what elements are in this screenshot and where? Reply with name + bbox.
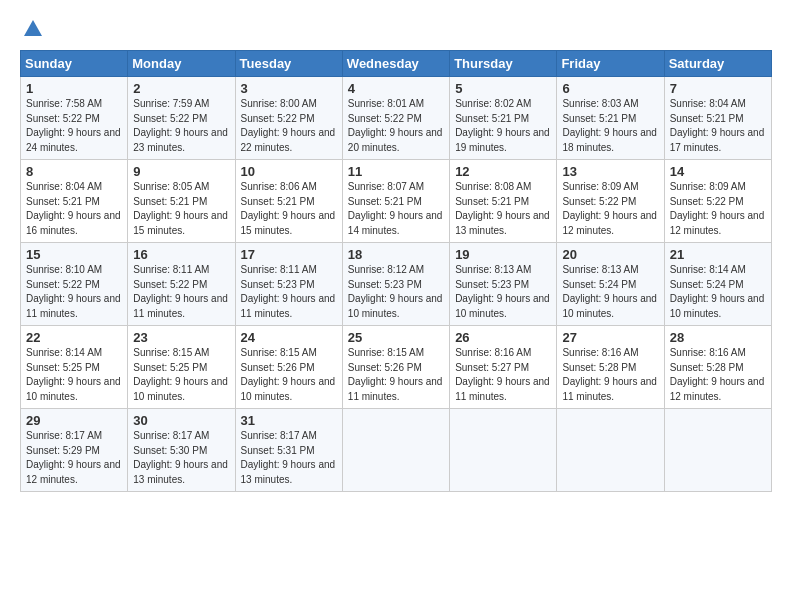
calendar-header-wednesday: Wednesday <box>342 51 449 77</box>
day-number: 15 <box>26 247 122 262</box>
day-number: 20 <box>562 247 658 262</box>
calendar-day-12: 12Sunrise: 8:08 AMSunset: 5:21 PMDayligh… <box>450 160 557 243</box>
calendar-day-14: 14Sunrise: 8:09 AMSunset: 5:22 PMDayligh… <box>664 160 771 243</box>
day-info: Sunrise: 8:04 AMSunset: 5:21 PMDaylight:… <box>670 98 765 153</box>
calendar-day-15: 15Sunrise: 8:10 AMSunset: 5:22 PMDayligh… <box>21 243 128 326</box>
empty-cell <box>450 409 557 492</box>
day-info: Sunrise: 8:07 AMSunset: 5:21 PMDaylight:… <box>348 181 443 236</box>
calendar-day-29: 29Sunrise: 8:17 AMSunset: 5:29 PMDayligh… <box>21 409 128 492</box>
day-number: 21 <box>670 247 766 262</box>
day-info: Sunrise: 8:10 AMSunset: 5:22 PMDaylight:… <box>26 264 121 319</box>
day-info: Sunrise: 8:15 AMSunset: 5:26 PMDaylight:… <box>241 347 336 402</box>
page-container: SundayMondayTuesdayWednesdayThursdayFrid… <box>0 0 792 502</box>
day-info: Sunrise: 8:11 AMSunset: 5:23 PMDaylight:… <box>241 264 336 319</box>
calendar-week-4: 22Sunrise: 8:14 AMSunset: 5:25 PMDayligh… <box>21 326 772 409</box>
day-number: 14 <box>670 164 766 179</box>
header <box>20 18 772 40</box>
day-number: 23 <box>133 330 229 345</box>
calendar-header-sunday: Sunday <box>21 51 128 77</box>
calendar-week-1: 1Sunrise: 7:58 AMSunset: 5:22 PMDaylight… <box>21 77 772 160</box>
day-info: Sunrise: 8:16 AMSunset: 5:27 PMDaylight:… <box>455 347 550 402</box>
day-number: 19 <box>455 247 551 262</box>
day-number: 6 <box>562 81 658 96</box>
calendar-day-9: 9Sunrise: 8:05 AMSunset: 5:21 PMDaylight… <box>128 160 235 243</box>
day-info: Sunrise: 8:16 AMSunset: 5:28 PMDaylight:… <box>562 347 657 402</box>
day-info: Sunrise: 8:04 AMSunset: 5:21 PMDaylight:… <box>26 181 121 236</box>
day-info: Sunrise: 8:02 AMSunset: 5:21 PMDaylight:… <box>455 98 550 153</box>
day-number: 9 <box>133 164 229 179</box>
calendar-day-1: 1Sunrise: 7:58 AMSunset: 5:22 PMDaylight… <box>21 77 128 160</box>
day-number: 26 <box>455 330 551 345</box>
calendar-header-thursday: Thursday <box>450 51 557 77</box>
day-info: Sunrise: 8:11 AMSunset: 5:22 PMDaylight:… <box>133 264 228 319</box>
calendar-day-5: 5Sunrise: 8:02 AMSunset: 5:21 PMDaylight… <box>450 77 557 160</box>
calendar-day-2: 2Sunrise: 7:59 AMSunset: 5:22 PMDaylight… <box>128 77 235 160</box>
calendar-day-8: 8Sunrise: 8:04 AMSunset: 5:21 PMDaylight… <box>21 160 128 243</box>
day-number: 3 <box>241 81 337 96</box>
day-info: Sunrise: 8:03 AMSunset: 5:21 PMDaylight:… <box>562 98 657 153</box>
day-number: 31 <box>241 413 337 428</box>
calendar-day-21: 21Sunrise: 8:14 AMSunset: 5:24 PMDayligh… <box>664 243 771 326</box>
calendar-day-18: 18Sunrise: 8:12 AMSunset: 5:23 PMDayligh… <box>342 243 449 326</box>
svg-marker-0 <box>24 20 42 36</box>
day-number: 18 <box>348 247 444 262</box>
day-info: Sunrise: 8:15 AMSunset: 5:25 PMDaylight:… <box>133 347 228 402</box>
calendar-day-19: 19Sunrise: 8:13 AMSunset: 5:23 PMDayligh… <box>450 243 557 326</box>
day-number: 12 <box>455 164 551 179</box>
calendar-day-28: 28Sunrise: 8:16 AMSunset: 5:28 PMDayligh… <box>664 326 771 409</box>
day-info: Sunrise: 8:16 AMSunset: 5:28 PMDaylight:… <box>670 347 765 402</box>
calendar-week-3: 15Sunrise: 8:10 AMSunset: 5:22 PMDayligh… <box>21 243 772 326</box>
day-info: Sunrise: 8:14 AMSunset: 5:24 PMDaylight:… <box>670 264 765 319</box>
empty-cell <box>664 409 771 492</box>
day-number: 16 <box>133 247 229 262</box>
day-info: Sunrise: 7:58 AMSunset: 5:22 PMDaylight:… <box>26 98 121 153</box>
calendar-header-row: SundayMondayTuesdayWednesdayThursdayFrid… <box>21 51 772 77</box>
day-number: 1 <box>26 81 122 96</box>
day-number: 2 <box>133 81 229 96</box>
day-info: Sunrise: 8:09 AMSunset: 5:22 PMDaylight:… <box>670 181 765 236</box>
calendar-day-30: 30Sunrise: 8:17 AMSunset: 5:30 PMDayligh… <box>128 409 235 492</box>
calendar-header-monday: Monday <box>128 51 235 77</box>
calendar-day-27: 27Sunrise: 8:16 AMSunset: 5:28 PMDayligh… <box>557 326 664 409</box>
calendar-day-17: 17Sunrise: 8:11 AMSunset: 5:23 PMDayligh… <box>235 243 342 326</box>
day-info: Sunrise: 8:17 AMSunset: 5:29 PMDaylight:… <box>26 430 121 485</box>
logo <box>20 18 44 40</box>
day-number: 17 <box>241 247 337 262</box>
day-number: 11 <box>348 164 444 179</box>
day-number: 27 <box>562 330 658 345</box>
day-number: 24 <box>241 330 337 345</box>
day-number: 8 <box>26 164 122 179</box>
day-info: Sunrise: 8:00 AMSunset: 5:22 PMDaylight:… <box>241 98 336 153</box>
day-number: 5 <box>455 81 551 96</box>
empty-cell <box>342 409 449 492</box>
day-number: 25 <box>348 330 444 345</box>
calendar-day-26: 26Sunrise: 8:16 AMSunset: 5:27 PMDayligh… <box>450 326 557 409</box>
day-number: 28 <box>670 330 766 345</box>
day-info: Sunrise: 8:12 AMSunset: 5:23 PMDaylight:… <box>348 264 443 319</box>
calendar-week-2: 8Sunrise: 8:04 AMSunset: 5:21 PMDaylight… <box>21 160 772 243</box>
calendar-day-23: 23Sunrise: 8:15 AMSunset: 5:25 PMDayligh… <box>128 326 235 409</box>
day-info: Sunrise: 8:13 AMSunset: 5:23 PMDaylight:… <box>455 264 550 319</box>
calendar-day-7: 7Sunrise: 8:04 AMSunset: 5:21 PMDaylight… <box>664 77 771 160</box>
day-number: 10 <box>241 164 337 179</box>
day-info: Sunrise: 8:06 AMSunset: 5:21 PMDaylight:… <box>241 181 336 236</box>
day-info: Sunrise: 8:14 AMSunset: 5:25 PMDaylight:… <box>26 347 121 402</box>
calendar-header-friday: Friday <box>557 51 664 77</box>
calendar-day-10: 10Sunrise: 8:06 AMSunset: 5:21 PMDayligh… <box>235 160 342 243</box>
calendar-day-13: 13Sunrise: 8:09 AMSunset: 5:22 PMDayligh… <box>557 160 664 243</box>
day-info: Sunrise: 8:13 AMSunset: 5:24 PMDaylight:… <box>562 264 657 319</box>
day-info: Sunrise: 8:17 AMSunset: 5:30 PMDaylight:… <box>133 430 228 485</box>
day-number: 30 <box>133 413 229 428</box>
calendar-header-tuesday: Tuesday <box>235 51 342 77</box>
calendar-day-24: 24Sunrise: 8:15 AMSunset: 5:26 PMDayligh… <box>235 326 342 409</box>
calendar-day-6: 6Sunrise: 8:03 AMSunset: 5:21 PMDaylight… <box>557 77 664 160</box>
day-info: Sunrise: 8:15 AMSunset: 5:26 PMDaylight:… <box>348 347 443 402</box>
day-number: 22 <box>26 330 122 345</box>
calendar-week-5: 29Sunrise: 8:17 AMSunset: 5:29 PMDayligh… <box>21 409 772 492</box>
day-info: Sunrise: 8:17 AMSunset: 5:31 PMDaylight:… <box>241 430 336 485</box>
day-number: 29 <box>26 413 122 428</box>
calendar-day-16: 16Sunrise: 8:11 AMSunset: 5:22 PMDayligh… <box>128 243 235 326</box>
day-info: Sunrise: 8:08 AMSunset: 5:21 PMDaylight:… <box>455 181 550 236</box>
calendar-day-20: 20Sunrise: 8:13 AMSunset: 5:24 PMDayligh… <box>557 243 664 326</box>
day-info: Sunrise: 7:59 AMSunset: 5:22 PMDaylight:… <box>133 98 228 153</box>
